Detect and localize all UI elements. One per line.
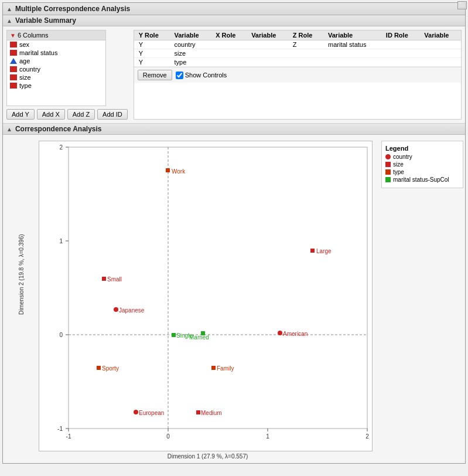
- role-table: Y Role Variable X Role Variable Z Role V…: [134, 30, 461, 67]
- legend-icon-type: [385, 169, 391, 175]
- table-row: Y size: [134, 49, 461, 58]
- svg-text:Medium: Medium: [201, 410, 222, 416]
- svg-text:2: 2: [365, 433, 369, 440]
- legend-item-type: type: [385, 169, 459, 175]
- var-name-type: type: [19, 82, 32, 89]
- add-z-button[interactable]: Add Z: [67, 109, 95, 120]
- svg-rect-27: [172, 333, 176, 337]
- column-list-container: ▼ 6 Columns sex marital status age: [6, 30, 128, 120]
- variable-summary-title: Variable Summary: [15, 16, 76, 25]
- add-y-button[interactable]: Add Y: [6, 109, 35, 120]
- variable-summary-title-bar: ▲ Variable Summary: [3, 15, 465, 26]
- chart-wrapper: Dimension 2 (19.8 %, λ=0.396): [6, 141, 377, 460]
- col-header-z-role: Z Role: [288, 30, 323, 40]
- row3-id-role: [381, 58, 419, 67]
- remove-button[interactable]: Remove: [138, 70, 172, 80]
- svg-text:-1: -1: [66, 433, 71, 440]
- legend-label-country: country: [393, 154, 412, 160]
- window-title: Multiple Correspondence Analysis: [15, 5, 130, 13]
- main-panel: ▲ Multiple Correspondence Analysis ⬜ ▲ V…: [2, 2, 466, 464]
- svg-point-37: [134, 410, 138, 414]
- var-summary-collapse-icon[interactable]: ▲: [6, 18, 12, 24]
- row2-id-var: [419, 49, 461, 58]
- svg-text:0: 0: [59, 332, 63, 338]
- svg-text:-1: -1: [57, 426, 63, 432]
- legend-item-marital-status-supcol: marital status-SupCol: [385, 176, 459, 183]
- svg-rect-39: [196, 410, 200, 414]
- ca-collapse-icon[interactable]: ▲: [6, 126, 12, 132]
- y-axis-label: Dimension 2 (19.8 %, λ=0.396): [18, 285, 25, 315]
- row3-id-var: [419, 58, 461, 67]
- row2-x-var: [247, 49, 288, 58]
- svg-text:Small: Small: [107, 276, 122, 283]
- row1-y-var: country: [169, 40, 211, 49]
- variable-summary-section: ▼ 6 Columns sex marital status age: [3, 26, 465, 124]
- show-controls-checkbox[interactable]: [176, 72, 183, 79]
- legend-panel: Legend country size type: [377, 141, 462, 460]
- svg-rect-19: [166, 168, 170, 172]
- row2-x-role: [211, 49, 247, 58]
- row1-x-var: [247, 40, 288, 49]
- col-header-id-variable: Variable: [419, 30, 461, 40]
- table-row: Y type: [134, 58, 461, 67]
- add-x-button[interactable]: Add X: [37, 109, 65, 120]
- row3-x-role: [211, 58, 247, 67]
- legend-label-size: size: [393, 161, 404, 168]
- row3-x-var: [247, 58, 288, 67]
- row3-y-role: Y: [134, 58, 170, 67]
- svg-text:Work: Work: [172, 168, 186, 175]
- age-icon: [10, 58, 17, 64]
- row2-z-role: [288, 49, 323, 58]
- legend-item-country: country: [385, 154, 459, 160]
- svg-rect-23: [102, 277, 106, 281]
- columns-label: 6 Columns: [18, 32, 49, 39]
- legend-icon-country: [385, 154, 391, 159]
- remove-controls-row: Remove Show Controls: [134, 67, 461, 83]
- svg-text:Sporty: Sporty: [102, 365, 119, 372]
- var-name-size: size: [19, 74, 31, 81]
- chart-svg: -1 0 1 2 -1 0 1: [39, 141, 373, 451]
- row3-y-var: type: [169, 58, 211, 67]
- x-axis-label: Dimension 1 (27.9 %, λ=0.557): [39, 453, 377, 460]
- show-controls-label[interactable]: Show Controls: [176, 72, 227, 79]
- table-row: Y country Z marital status: [134, 40, 461, 49]
- role-table-panel: Y Role Variable X Role Variable Z Role V…: [134, 30, 462, 120]
- sex-icon: [10, 42, 17, 47]
- legend-item-size: size: [385, 161, 459, 168]
- list-item: sex: [7, 40, 105, 49]
- row1-x-role: [211, 40, 247, 49]
- row2-y-var: size: [169, 49, 211, 58]
- window-title-bar: ▲ Multiple Correspondence Analysis ⬜: [3, 3, 465, 15]
- add-id-button[interactable]: Add ID: [97, 109, 128, 120]
- show-controls-text: Show Controls: [185, 72, 227, 79]
- legend-icon-size: [385, 162, 391, 167]
- var-name-age: age: [19, 57, 30, 64]
- svg-rect-21: [310, 249, 315, 253]
- col-header-y-role: Y Role: [134, 30, 170, 40]
- svg-text:1: 1: [59, 238, 63, 244]
- list-item: country: [7, 65, 105, 73]
- svg-text:1: 1: [266, 433, 269, 440]
- row3-z-var: [323, 58, 381, 67]
- column-list-panel: ▼ 6 Columns sex marital status age: [6, 30, 106, 106]
- col-header-z-variable: Variable: [323, 30, 381, 40]
- chart-area: Dimension 2 (19.8 %, λ=0.396): [6, 141, 462, 460]
- row2-y-role: Y: [134, 49, 170, 58]
- row2-z-var: [323, 49, 381, 58]
- col-header-x-role: X Role: [211, 30, 247, 40]
- filter-icon: ▼: [10, 32, 16, 39]
- svg-text:0: 0: [166, 433, 170, 440]
- row1-y-role: Y: [134, 40, 170, 49]
- column-list-header: ▼ 6 Columns: [7, 30, 105, 40]
- var-summary-inner: ▼ 6 Columns sex marital status age: [6, 30, 462, 120]
- svg-rect-35: [211, 366, 216, 370]
- collapse-icon[interactable]: ▲: [6, 6, 12, 12]
- svg-rect-0: [69, 147, 367, 429]
- type-icon: [10, 83, 17, 89]
- svg-point-25: [114, 307, 118, 312]
- country-icon: [10, 66, 17, 72]
- var-name-marital-status: marital status: [19, 49, 57, 56]
- col-header-x-variable: Variable: [247, 30, 288, 40]
- maximize-button[interactable]: ⬜: [457, 1, 467, 9]
- list-item: marital status: [7, 49, 105, 57]
